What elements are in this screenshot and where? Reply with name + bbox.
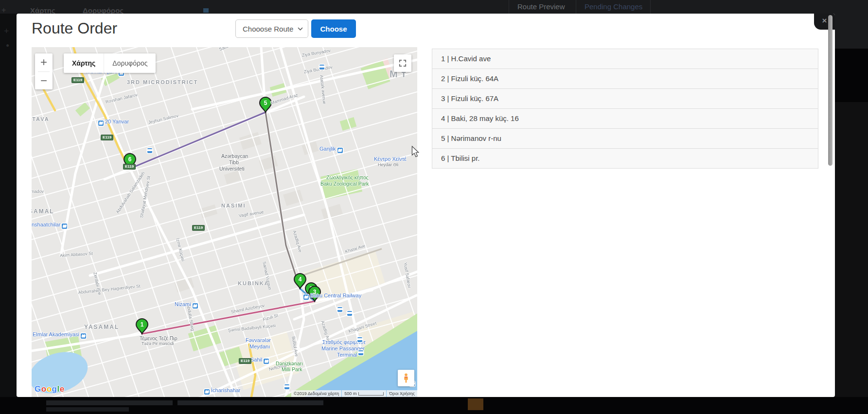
bus-stop-icon	[337, 307, 342, 312]
poi-label: Meydanı	[249, 344, 270, 350]
metro-icon: M	[204, 389, 210, 395]
dim-satellite-tab: Δορυφόρος	[83, 6, 124, 14]
bus-stop-icon	[357, 337, 362, 342]
stop-row[interactable]: 5 | Nərimanov r-nu	[432, 128, 818, 149]
pegman-icon	[401, 373, 411, 383]
map-type-satellite-button[interactable]: Δορυφόρος	[104, 53, 156, 73]
backdrop-right	[835, 14, 868, 397]
fullscreen-icon	[399, 59, 407, 67]
poi-label: Κέντρο Χεϊντέ	[374, 156, 407, 162]
pegman-button[interactable]	[398, 370, 414, 386]
district-label: 3RD MICRODISTRICT	[127, 79, 198, 86]
map-zoom-control: + −	[35, 53, 53, 89]
mouse-cursor	[411, 146, 419, 157]
modal-scrollbar-thumb[interactable]	[828, 15, 833, 166]
stop-row[interactable]: 6 | Tbilisi pr.	[432, 148, 818, 169]
stop-row[interactable]: 2 | Fizuli küç. 64A	[432, 69, 818, 89]
poi-label: Tibb	[229, 159, 239, 165]
poi-label: Τέμενος Τεζέ Πιρ	[140, 335, 177, 341]
poi-label: Nizami	[175, 301, 191, 307]
google-logo[interactable]: Google	[35, 384, 65, 394]
dim-map-tab: Χάρτης	[30, 6, 55, 14]
poi-label: Ζωολογικός κήπος	[326, 174, 369, 180]
bus-stop-icon	[284, 384, 289, 389]
metro-icon: M	[62, 224, 67, 229]
poi-label: İcharishahar	[211, 387, 241, 393]
route-select[interactable]: Chooose Route	[235, 19, 308, 38]
backdrop-left: + ●	[0, 14, 17, 397]
street-label: madov	[32, 189, 44, 194]
map-type-map-button[interactable]: Χάρτης	[64, 53, 104, 73]
district-label: NASIMI	[221, 203, 246, 209]
divider	[509, 0, 509, 14]
poi-label: Təzə Pir məscidi	[142, 341, 174, 346]
ferry-icon	[358, 350, 363, 355]
poi-label: Universiteti	[219, 166, 245, 172]
stop-row[interactable]: 3 | Fizuli küç. 67A	[432, 88, 818, 109]
poi-label: Baku Zoological Park	[320, 181, 369, 187]
poi-label: Dənizkənarı	[276, 361, 303, 366]
poi-label: Terminal	[337, 352, 357, 358]
metro-icon: M	[98, 121, 104, 126]
poi-label: Azərbaycan	[221, 153, 248, 159]
dim-orange-button	[468, 398, 483, 410]
bus-stop-icon	[147, 148, 152, 153]
close-icon: ×	[822, 17, 827, 25]
tab-route-preview: Route Preview	[517, 2, 565, 11]
screen: + Χάρτης Δορυφόρος Route Preview Pending…	[0, 0, 868, 414]
choose-button[interactable]: Choose	[311, 19, 356, 38]
backdrop-bottom	[0, 397, 868, 414]
poi-label: Baku Central Railway	[310, 293, 361, 298]
poi-label: nshaatchilar	[32, 222, 60, 227]
train-icon: M	[303, 294, 309, 300]
district-label: KUBINKA	[238, 280, 269, 287]
route-select-value: Chooose Route	[243, 25, 293, 33]
road-shield: E119	[101, 135, 113, 140]
fullscreen-button[interactable]	[394, 54, 411, 72]
page-title: Route Order	[32, 19, 117, 37]
map-attribution: ©2019 Δεδομένα χάρτη 500 m Όροι Χρήσης	[291, 390, 417, 397]
district-label: YASAMAL	[84, 324, 119, 331]
tab-pending-changes: Pending Changes	[585, 2, 642, 11]
zoom-in-button[interactable]: +	[35, 53, 53, 71]
map-scale: 500 m	[342, 390, 386, 397]
divider	[576, 0, 576, 14]
dim-plus: +	[1, 6, 6, 14]
zoom-out-button[interactable]: −	[35, 72, 53, 90]
map-copyright: ©2019 Δεδομένα χάρτη	[291, 390, 341, 397]
poi-label: Ganjlik	[319, 146, 336, 152]
road-shield: E119	[192, 225, 205, 231]
route-stops-list: 1 | H.Cavid ave 2 | Fizuli küç. 64A 3 | …	[432, 49, 818, 169]
divider	[650, 0, 651, 14]
bus-stop-icon	[319, 65, 324, 69]
dim-icon	[203, 8, 209, 13]
route-order-modal: Route Order Chooose Route Choose × 1 | H…	[17, 14, 835, 397]
stop-row[interactable]: 1 | H.Cavid ave	[432, 49, 818, 69]
stop-row[interactable]: 4 | Baki, 28 may küç. 16	[432, 108, 818, 129]
svg-text:6: 6	[128, 156, 132, 163]
metro-icon: M	[193, 303, 198, 309]
district-label: ATAVA	[32, 116, 50, 122]
road-shield: E119	[123, 164, 136, 170]
scale-bar	[358, 392, 384, 396]
district-label: SAMAL	[32, 208, 54, 215]
svg-text:4: 4	[299, 276, 302, 283]
map-canvas[interactable]: 5 6 4 2 3	[32, 47, 417, 397]
metro-icon: M	[81, 333, 86, 339]
chevron-down-icon	[298, 27, 303, 31]
metro-icon: M	[337, 148, 343, 153]
poi-label: Fəvvarələr	[246, 337, 271, 344]
terms-link[interactable]: Όροι Χρήσης	[387, 390, 417, 397]
road-shield: E119	[71, 77, 84, 83]
bus-stop-icon	[347, 311, 352, 316]
poi-label: Elmlar Akademiyasi	[33, 331, 79, 337]
background-top-bar: + Χάρτης Δορυφόρος Route Preview Pending…	[0, 0, 868, 14]
poi-label: Milli Park	[282, 366, 302, 372]
metro-icon: M	[264, 359, 269, 364]
poi-label: Heydar Əli	[378, 162, 398, 167]
poi-label: Sahil	[250, 357, 262, 362]
svg-text:5: 5	[264, 100, 267, 106]
poi-label: 20 Yanvar	[105, 119, 129, 124]
map-type-control: Χάρτης Δορυφόρος	[64, 53, 156, 73]
svg-text:1: 1	[141, 321, 144, 328]
